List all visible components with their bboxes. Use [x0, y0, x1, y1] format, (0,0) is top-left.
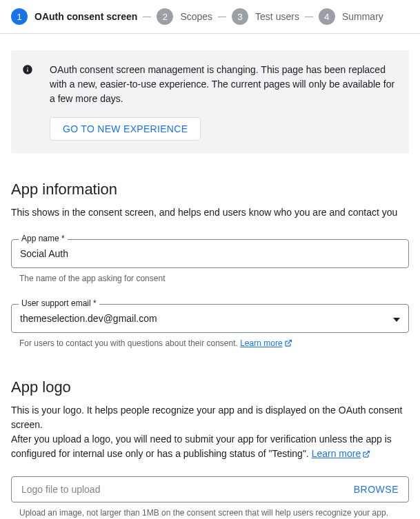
app-logo-desc-2: After you upload a logo, you will need t…	[11, 432, 409, 462]
stepper: 1 OAuth consent screen 2 Scopes 3 Test u…	[0, 0, 420, 34]
step-test-users[interactable]: 3 Test users	[232, 8, 299, 25]
step-scopes[interactable]: 2 Scopes	[157, 8, 212, 25]
support-email-helper: For users to contact you with questions …	[11, 337, 409, 351]
learn-more-text: Learn more	[240, 338, 282, 348]
step-label: Test users	[255, 11, 299, 22]
browse-button[interactable]: BROWSE	[354, 484, 399, 495]
logo-upload-field[interactable]: Logo file to upload BROWSE	[11, 476, 409, 502]
app-logo-heading: App logo	[11, 378, 409, 396]
external-link-icon	[284, 338, 292, 351]
notice-body: OAuth consent screen management is chang…	[50, 63, 397, 141]
step-oauth-consent[interactable]: 1 OAuth consent screen	[11, 8, 137, 25]
go-to-new-experience-button[interactable]: GO TO NEW EXPERIENCE	[50, 117, 201, 141]
step-label: Summary	[342, 11, 383, 22]
app-name-input[interactable]	[20, 248, 400, 259]
step-number: 4	[319, 8, 335, 25]
step-number: 2	[157, 8, 173, 25]
app-name-label: App name *	[19, 234, 68, 243]
support-email-select[interactable]: User support email * themeselection.dev@…	[11, 304, 409, 333]
notice-text: OAuth consent screen management is chang…	[50, 63, 397, 106]
external-link-icon	[362, 448, 370, 462]
logo-upload-placeholder: Logo file to upload	[21, 484, 354, 495]
step-number: 1	[11, 8, 28, 25]
support-email-label: User support email *	[19, 299, 99, 307]
learn-more-link[interactable]: Learn more	[312, 448, 371, 459]
logo-upload-helper: Upload an image, not larger than 1MB on …	[11, 507, 409, 519]
info-icon	[22, 64, 33, 77]
info-notice: OAuth consent screen management is chang…	[11, 50, 409, 153]
step-divider	[218, 17, 226, 17]
learn-more-link[interactable]: Learn more	[240, 338, 292, 348]
app-name-field: App name * The name of the app asking fo…	[11, 239, 409, 285]
app-information-heading: App information	[11, 181, 409, 199]
step-divider	[305, 17, 313, 17]
step-summary[interactable]: 4 Summary	[319, 8, 383, 25]
app-name-helper: The name of the app asking for consent	[11, 272, 409, 285]
learn-more-text: Learn more	[312, 448, 361, 459]
support-email-helper-text: For users to contact you with questions …	[19, 338, 240, 348]
step-label: OAuth consent screen	[34, 11, 137, 22]
support-email-value: themeselection.dev@gmail.com	[20, 313, 393, 324]
app-logo-desc-1: This is your logo. It helps people recog…	[11, 403, 409, 432]
page-content: OAuth consent screen management is chang…	[0, 34, 420, 519]
step-label: Scopes	[180, 11, 212, 22]
step-number: 3	[232, 8, 248, 25]
support-email-field: User support email * themeselection.dev@…	[11, 304, 409, 351]
chevron-down-icon	[393, 313, 400, 324]
step-divider	[143, 17, 151, 17]
app-name-outline: App name *	[11, 239, 409, 268]
app-information-desc: This shows in the consent screen, and he…	[11, 205, 409, 220]
